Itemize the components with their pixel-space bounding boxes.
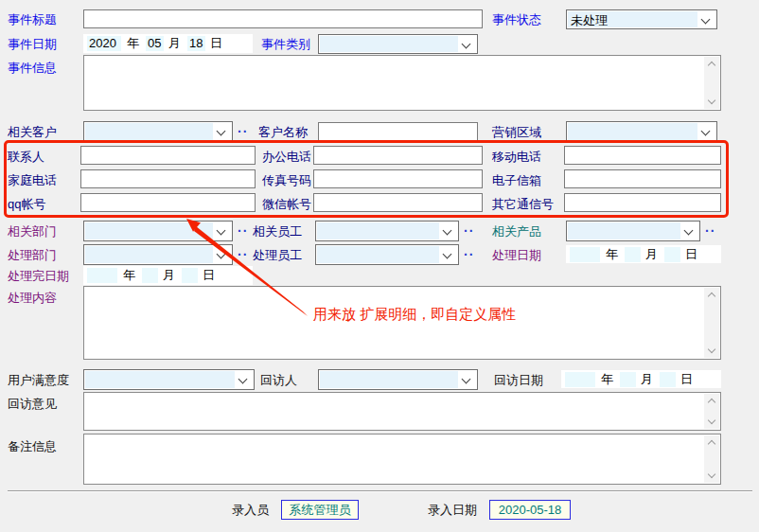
other-im-input[interactable] bbox=[564, 193, 721, 212]
chevron-down-icon bbox=[462, 375, 471, 384]
marketing-region-select[interactable] bbox=[566, 121, 717, 142]
related-department-select[interactable] bbox=[83, 221, 233, 241]
satisfaction-label: 用户满意度 bbox=[8, 373, 69, 387]
event-info-label: 事件信息 bbox=[8, 61, 57, 75]
mobile-phone-input[interactable] bbox=[564, 146, 721, 165]
scrollbar[interactable] bbox=[704, 394, 719, 429]
home-phone-input[interactable] bbox=[80, 169, 256, 188]
month-unit-label: 月 bbox=[641, 371, 653, 388]
handle-finish-date-month-box[interactable] bbox=[142, 268, 158, 283]
scroll-up-icon[interactable] bbox=[704, 394, 719, 409]
entry-person-label: 录入员 bbox=[232, 503, 269, 517]
handle-date-month-box[interactable] bbox=[625, 247, 641, 262]
handle-department-label: 处理部门 bbox=[8, 248, 57, 262]
handle-finish-date-day-box[interactable] bbox=[182, 268, 198, 283]
revisit-opinion-textarea[interactable] bbox=[83, 392, 721, 431]
office-phone-input[interactable] bbox=[313, 146, 483, 165]
handle-date-field[interactable]: 年 月 日 bbox=[566, 245, 721, 263]
scroll-up-icon[interactable] bbox=[704, 57, 719, 72]
scroll-down-icon[interactable] bbox=[704, 94, 719, 109]
revisit-opinion-label: 回访意见 bbox=[8, 397, 57, 411]
customer-name-label: 客户名称 bbox=[258, 125, 308, 139]
handle-employee-select[interactable] bbox=[315, 244, 459, 265]
entry-date-value: 2020-05-18 bbox=[489, 500, 571, 520]
handle-department-lookup-button[interactable]: ·· bbox=[238, 248, 248, 261]
wechat-account-input[interactable] bbox=[313, 193, 483, 212]
event-entry-form: 事件标题 事件状态 未处理 事件日期 2020 年 05 月 18 日 事件类别… bbox=[0, 0, 759, 532]
satisfaction-select[interactable] bbox=[83, 369, 255, 390]
entry-date-label: 录入日期 bbox=[428, 503, 477, 517]
related-customer-select[interactable] bbox=[83, 121, 233, 142]
chevron-down-icon bbox=[701, 15, 711, 25]
event-category-select[interactable] bbox=[318, 34, 478, 54]
scroll-up-icon[interactable] bbox=[704, 288, 719, 303]
handle-finish-date-year-box[interactable] bbox=[87, 268, 117, 283]
day-unit-label: 日 bbox=[210, 35, 222, 52]
chevron-down-icon bbox=[443, 250, 452, 259]
revisit-person-select[interactable] bbox=[318, 369, 478, 390]
year-unit-label: 年 bbox=[606, 246, 618, 263]
revisit-date-label: 回访日期 bbox=[494, 373, 543, 387]
revisit-date-month-box[interactable] bbox=[620, 372, 636, 387]
day-unit-label: 日 bbox=[685, 246, 697, 263]
event-date-month-box[interactable]: 05 bbox=[146, 36, 164, 51]
customer-name-input[interactable] bbox=[318, 122, 478, 141]
office-phone-label: 办公电话 bbox=[262, 150, 311, 164]
handle-date-year-box[interactable] bbox=[570, 247, 600, 262]
email-input[interactable] bbox=[564, 169, 721, 188]
month-unit-label: 月 bbox=[168, 35, 181, 52]
handle-content-label: 处理内容 bbox=[8, 291, 57, 305]
year-unit-label: 年 bbox=[127, 35, 139, 52]
email-label: 电子信箱 bbox=[492, 173, 541, 187]
contact-person-input[interactable] bbox=[80, 146, 256, 165]
handle-department-select[interactable] bbox=[83, 244, 233, 265]
related-department-lookup-button[interactable]: ·· bbox=[238, 224, 248, 238]
scrollbar[interactable] bbox=[704, 288, 719, 358]
scroll-down-icon[interactable] bbox=[704, 414, 719, 429]
chevron-down-icon bbox=[217, 226, 226, 236]
scrollbar[interactable] bbox=[704, 57, 719, 109]
mobile-phone-label: 移动电话 bbox=[492, 150, 541, 164]
handle-employee-label: 处理员工 bbox=[253, 248, 302, 262]
handle-date-label: 处理日期 bbox=[492, 248, 541, 262]
event-date-day-box[interactable]: 18 bbox=[187, 36, 205, 51]
remark-textarea[interactable] bbox=[83, 434, 721, 485]
month-unit-label: 月 bbox=[645, 246, 658, 263]
handle-employee-lookup-button[interactable]: ·· bbox=[464, 248, 474, 261]
chevron-down-icon bbox=[462, 40, 471, 49]
fax-number-input[interactable] bbox=[313, 169, 483, 188]
related-department-label: 相关部门 bbox=[8, 224, 57, 239]
chevron-down-icon bbox=[443, 226, 452, 236]
revisit-date-day-box[interactable] bbox=[660, 372, 676, 387]
event-title-input[interactable] bbox=[83, 9, 483, 28]
scroll-down-icon[interactable] bbox=[704, 343, 719, 358]
year-unit-label: 年 bbox=[601, 371, 613, 388]
scroll-down-icon[interactable] bbox=[704, 468, 719, 483]
chevron-down-icon bbox=[217, 127, 226, 136]
related-customer-lookup-button[interactable]: ·· bbox=[238, 125, 248, 138]
remark-label: 备注信息 bbox=[8, 439, 57, 453]
scrollbar[interactable] bbox=[704, 435, 719, 483]
day-unit-label: 日 bbox=[680, 371, 693, 388]
revisit-date-field[interactable]: 年 月 日 bbox=[561, 370, 721, 388]
revisit-person-label: 回访人 bbox=[260, 373, 297, 387]
revisit-date-year-box[interactable] bbox=[565, 372, 595, 387]
handle-date-day-box[interactable] bbox=[664, 247, 680, 262]
related-product-select[interactable] bbox=[566, 221, 700, 241]
related-employee-select[interactable] bbox=[315, 221, 459, 241]
event-date-field[interactable]: 2020 年 05 月 18 日 bbox=[83, 34, 253, 53]
handle-finish-date-label: 处理完日期 bbox=[8, 269, 69, 283]
other-im-label: 其它通信号 bbox=[492, 197, 554, 211]
wechat-account-label: 微信帐号 bbox=[262, 197, 311, 211]
chevron-down-icon bbox=[684, 226, 694, 236]
marketing-region-label: 营销区域 bbox=[492, 125, 541, 139]
related-product-lookup-button[interactable]: ·· bbox=[705, 224, 715, 238]
event-info-textarea[interactable] bbox=[83, 55, 721, 111]
event-status-select[interactable]: 未处理 bbox=[566, 9, 717, 29]
handle-finish-date-field[interactable]: 年 月 日 bbox=[83, 266, 253, 285]
event-date-year-box[interactable]: 2020 bbox=[87, 36, 121, 51]
qq-account-input[interactable] bbox=[80, 193, 256, 212]
related-employee-lookup-button[interactable]: ·· bbox=[464, 224, 474, 238]
event-date-label: 事件日期 bbox=[8, 37, 57, 51]
scroll-up-icon[interactable] bbox=[704, 435, 719, 451]
